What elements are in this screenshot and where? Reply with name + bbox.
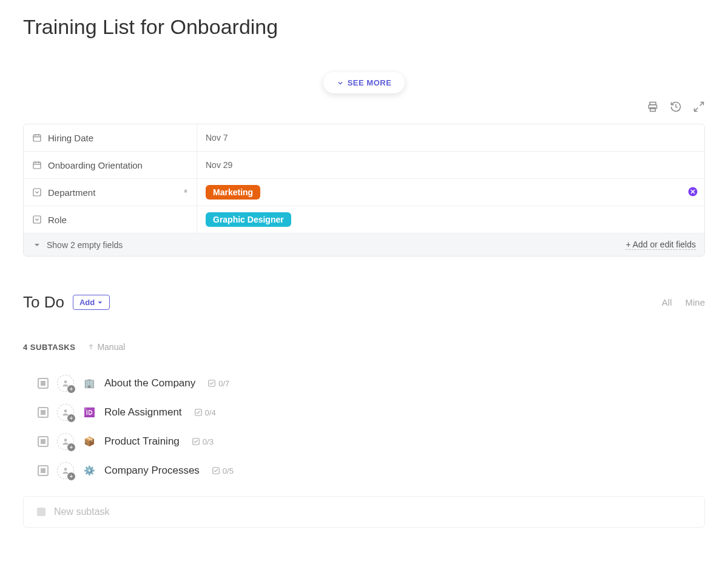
add-button-label: Add bbox=[79, 298, 95, 307]
subtask-name[interactable]: Product Training bbox=[104, 435, 180, 448]
subtask-checkbox[interactable] bbox=[38, 465, 49, 476]
subtask-emoji-icon: 📦 bbox=[83, 435, 96, 448]
calendar-icon bbox=[32, 133, 42, 143]
svg-rect-2 bbox=[650, 108, 655, 112]
subtask-emoji-icon: 🆔 bbox=[83, 406, 96, 419]
pin-icon[interactable] bbox=[181, 187, 190, 197]
field-value-text: Nov 29 bbox=[206, 160, 232, 170]
checklist-icon bbox=[212, 466, 220, 475]
subtask-row: + ⚙️ Company Processes 0/5 bbox=[23, 456, 705, 485]
field-value-hiring-date[interactable]: Nov 7 bbox=[197, 124, 704, 151]
field-label: Role bbox=[48, 215, 67, 225]
plus-icon: + bbox=[67, 443, 75, 451]
subtask-checkbox[interactable] bbox=[38, 436, 49, 447]
department-tag: Marketing bbox=[206, 185, 260, 200]
show-empty-label: Show 2 empty fields bbox=[47, 240, 123, 250]
add-edit-fields[interactable]: + Add or edit fields bbox=[625, 240, 696, 250]
fields-footer: Show 2 empty fields + Add or edit fields bbox=[24, 233, 704, 256]
filter-mine[interactable]: Mine bbox=[685, 297, 705, 307]
svg-point-25 bbox=[64, 468, 67, 471]
field-value-role[interactable]: Graphic Designer bbox=[197, 206, 704, 233]
show-empty-fields[interactable]: Show 2 empty fields bbox=[32, 240, 123, 250]
svg-marker-16 bbox=[35, 244, 39, 246]
new-subtask-placeholder: New subtask bbox=[54, 506, 110, 517]
sort-button[interactable]: Manual bbox=[87, 342, 125, 352]
new-subtask-input[interactable]: New subtask bbox=[23, 496, 705, 528]
calendar-icon bbox=[32, 160, 42, 170]
svg-rect-15 bbox=[33, 216, 41, 223]
field-label: Onboarding Orientation bbox=[48, 160, 143, 170]
checkbox-placeholder-icon bbox=[37, 508, 46, 516]
field-value-department[interactable]: Marketing bbox=[197, 179, 704, 206]
arrow-up-icon bbox=[87, 343, 95, 351]
custom-fields-panel: Hiring Date Nov 7 Onboarding Orientation… bbox=[23, 124, 705, 257]
svg-line-4 bbox=[695, 108, 698, 112]
subtask-progress: 0/5 bbox=[212, 466, 234, 475]
assign-user-button[interactable]: + bbox=[57, 433, 74, 450]
field-label: Hiring Date bbox=[48, 133, 93, 143]
subtask-row: + 🏢 About the Company 0/7 bbox=[23, 369, 705, 398]
field-department: Department Marketing bbox=[24, 179, 704, 206]
svg-rect-5 bbox=[33, 135, 41, 141]
role-tag: Graphic Designer bbox=[206, 212, 291, 227]
assign-user-button[interactable]: + bbox=[57, 404, 74, 421]
print-icon[interactable] bbox=[647, 101, 659, 113]
field-value-text: Nov 7 bbox=[206, 133, 228, 143]
clear-icon[interactable] bbox=[687, 186, 698, 199]
page-title: Training List for Onboarding bbox=[23, 15, 705, 39]
filter-all[interactable]: All bbox=[662, 297, 672, 307]
subtask-progress: 0/7 bbox=[207, 379, 229, 388]
svg-point-19 bbox=[64, 380, 67, 383]
chevron-down-icon bbox=[32, 240, 42, 250]
subtasks-count-label: 4 SUBTASKS bbox=[23, 343, 75, 352]
see-more-label: SEE MORE bbox=[348, 78, 392, 87]
svg-line-3 bbox=[700, 102, 704, 106]
subtask-emoji-icon: 🏢 bbox=[83, 377, 96, 390]
subtask-name[interactable]: About the Company bbox=[104, 377, 195, 389]
dropdown-icon bbox=[32, 187, 42, 197]
subtask-checkbox[interactable] bbox=[38, 378, 49, 389]
svg-point-21 bbox=[64, 409, 67, 412]
assign-user-button[interactable]: + bbox=[57, 375, 74, 392]
checklist-icon bbox=[194, 408, 203, 417]
field-orientation: Onboarding Orientation Nov 29 bbox=[24, 152, 704, 179]
subtask-progress: 0/3 bbox=[192, 437, 214, 446]
plus-icon: + bbox=[67, 472, 75, 480]
svg-point-23 bbox=[64, 438, 67, 442]
field-hiring-date: Hiring Date Nov 7 bbox=[24, 124, 704, 152]
dropdown-icon bbox=[32, 215, 42, 224]
add-subtask-button[interactable]: Add bbox=[73, 295, 110, 310]
see-more-button[interactable]: SEE MORE bbox=[323, 72, 405, 93]
plus-icon: + bbox=[67, 414, 75, 422]
plus-icon: + bbox=[67, 385, 75, 393]
checklist-icon bbox=[207, 379, 216, 388]
svg-rect-13 bbox=[33, 189, 41, 196]
field-role: Role Graphic Designer bbox=[24, 206, 704, 233]
subtask-emoji-icon: ⚙️ bbox=[83, 464, 96, 477]
subtask-name[interactable]: Role Assignment bbox=[104, 406, 182, 418]
chevron-down-icon bbox=[337, 79, 344, 87]
checklist-icon bbox=[192, 437, 200, 446]
subtask-name[interactable]: Company Processes bbox=[104, 465, 200, 477]
assign-user-button[interactable]: + bbox=[57, 462, 74, 479]
todo-section-title: To Do bbox=[23, 293, 64, 312]
svg-marker-17 bbox=[98, 301, 103, 303]
field-value-orientation[interactable]: Nov 29 bbox=[197, 152, 704, 178]
field-label: Department bbox=[48, 187, 95, 198]
subtask-row: + 🆔 Role Assignment 0/4 bbox=[23, 398, 705, 427]
svg-rect-9 bbox=[33, 162, 41, 169]
subtask-row: + 📦 Product Training 0/3 bbox=[23, 427, 705, 456]
history-icon[interactable] bbox=[670, 101, 682, 113]
caret-down-icon bbox=[97, 300, 103, 306]
sort-label: Manual bbox=[97, 342, 125, 352]
subtask-progress: 0/4 bbox=[194, 408, 216, 417]
subtask-checkbox[interactable] bbox=[38, 407, 49, 418]
expand-icon[interactable] bbox=[693, 101, 705, 113]
